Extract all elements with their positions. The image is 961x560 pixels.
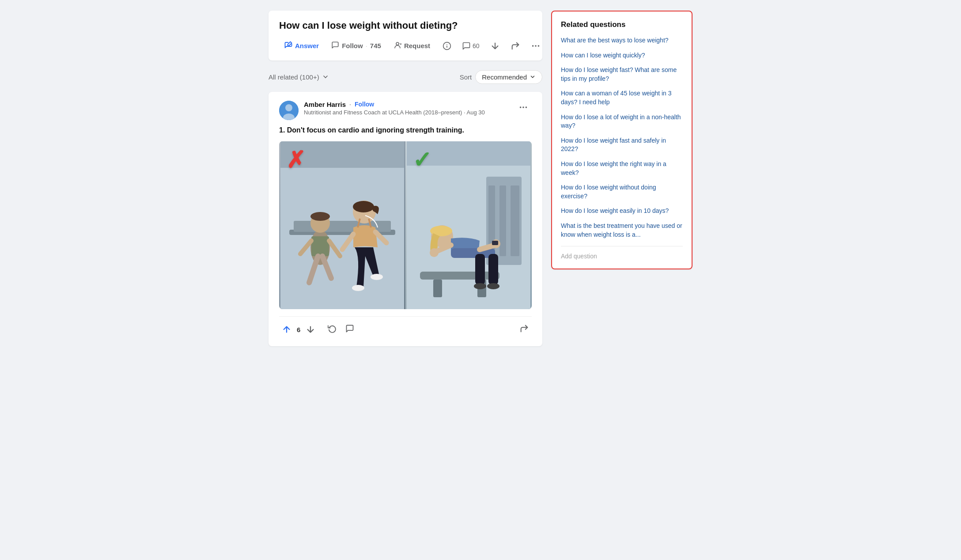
svg-point-31 [352, 285, 364, 291]
svg-rect-20 [311, 236, 329, 256]
filter-right: Sort Recommended [460, 70, 542, 84]
related-item: What is the best treatment you have used… [561, 222, 683, 239]
svg-point-51 [474, 283, 486, 289]
follow-separator: · [366, 42, 367, 49]
svg-point-52 [487, 283, 499, 289]
svg-point-4 [532, 45, 533, 47]
svg-point-26 [353, 201, 374, 212]
request-button[interactable]: Request [388, 38, 435, 53]
downvote-answer-button[interactable] [303, 323, 318, 336]
svg-rect-37 [499, 185, 506, 256]
right-sidebar: Related questions What are the best ways… [551, 11, 692, 549]
related-item: What are the best ways to lose weight? [561, 36, 683, 45]
svg-rect-38 [511, 185, 519, 256]
gym-img-left: ✗ [279, 141, 405, 309]
author-meta: Nutritionist and Fitness Coach at UCLA H… [304, 109, 515, 116]
main-content: How can I lose weight without dieting? A… [269, 11, 542, 549]
share-answer-button[interactable] [517, 322, 532, 337]
related-link-9[interactable]: What is the best treatment you have used… [561, 222, 682, 238]
gym-img-right: ✓ [405, 141, 532, 309]
question-title: How can I lose weight without dieting? [279, 19, 532, 32]
sort-dropdown[interactable]: Recommended [475, 70, 542, 84]
add-question[interactable]: Add question [561, 246, 683, 260]
question-card: How can I lose weight without dieting? A… [269, 11, 542, 61]
dot-separator: · [349, 101, 351, 108]
svg-point-6 [537, 45, 539, 47]
related-item: How do I lose weight without doing exerc… [561, 183, 683, 201]
answer-card: Amber Harris · Follow Nutritionist and F… [269, 92, 542, 346]
svg-point-12 [526, 106, 527, 108]
filter-bar: All related (100+) Sort Recommended [269, 66, 542, 88]
related-item: How do I lose a lot of weight in a non-h… [561, 113, 683, 130]
svg-rect-50 [488, 254, 498, 285]
related-item: How can a woman of 45 lose weight in 3 d… [561, 89, 683, 106]
filter-label: All related (100+) [269, 73, 319, 81]
upvote-button[interactable] [279, 323, 294, 336]
answer-button[interactable]: Answer [279, 38, 324, 53]
retry-button[interactable] [325, 322, 339, 337]
svg-point-47 [430, 248, 439, 257]
svg-rect-53 [492, 241, 498, 245]
filter-left[interactable]: All related (100+) [269, 73, 329, 81]
vote-count: 6 [297, 326, 300, 333]
related-link-8[interactable]: How do I lose weight easily in 10 days? [561, 207, 669, 214]
downvote-button[interactable] [487, 39, 503, 53]
related-link-3[interactable]: How can a woman of 45 lose weight in 3 d… [561, 90, 672, 106]
related-link-6[interactable]: How do I lose weight the right way in a … [561, 160, 666, 176]
comment-answer-button[interactable] [343, 322, 357, 337]
svg-point-0 [396, 42, 399, 45]
answer-label: Answer [295, 42, 319, 49]
vote-section: 6 [279, 323, 318, 336]
gym-image: ✗ [279, 141, 532, 309]
related-item: How do I lose weight the right way in a … [561, 160, 683, 177]
answer-more-button[interactable] [515, 101, 532, 116]
sort-value: Recommended [482, 73, 527, 81]
comment-count: 60 [473, 42, 480, 49]
more-options-button[interactable] [527, 39, 544, 53]
author-name: Amber Harris [304, 101, 346, 108]
answer-header: Amber Harris · Follow Nutritionist and F… [279, 101, 532, 120]
svg-rect-40 [433, 280, 442, 297]
avatar [279, 101, 299, 120]
follow-icon [331, 41, 339, 51]
author-name-row: Amber Harris · Follow [304, 101, 515, 108]
sort-label: Sort [460, 73, 472, 81]
follow-button[interactable]: Follow · 745 [326, 38, 386, 53]
related-link-0[interactable]: What are the best ways to lose weight? [561, 37, 669, 44]
related-item: How can I lose weight quickly? [561, 51, 683, 60]
svg-point-8 [285, 104, 292, 111]
related-link-5[interactable]: How do I lose weight fast and safely in … [561, 137, 666, 153]
answer-text: 1. Don't focus on cardio and ignoring st… [279, 125, 532, 135]
svg-rect-49 [475, 254, 485, 285]
follow-count: 745 [370, 42, 381, 49]
comment-button[interactable]: 60 [458, 40, 483, 52]
request-icon [393, 41, 401, 51]
author-info: Amber Harris · Follow Nutritionist and F… [304, 101, 515, 116]
follow-label: Follow [342, 42, 363, 49]
x-mark: ✗ [286, 148, 306, 171]
svg-point-5 [535, 45, 537, 47]
related-link-7[interactable]: How do I lose weight without doing exerc… [561, 184, 656, 200]
request-label: Request [404, 42, 430, 49]
related-link-2[interactable]: How do I lose weight fast? What are some… [561, 66, 677, 82]
svg-rect-39 [420, 272, 499, 280]
check-mark: ✓ [412, 148, 432, 171]
related-item: How do I lose weight fast? What are some… [561, 66, 683, 83]
author-follow-link[interactable]: Follow [355, 101, 374, 108]
related-item: How do I lose weight easily in 10 days? [561, 207, 683, 216]
share-icon-button[interactable] [507, 39, 524, 53]
answer-icon [284, 41, 292, 51]
related-card: Related questions What are the best ways… [551, 11, 692, 269]
footer-actions [325, 322, 357, 337]
related-link-4[interactable]: How do I lose a lot of weight in a non-h… [561, 114, 681, 129]
svg-point-19 [310, 212, 330, 221]
related-title: Related questions [561, 20, 683, 29]
info-button[interactable] [439, 40, 455, 52]
related-link-1[interactable]: How can I lose weight quickly? [561, 52, 645, 59]
svg-point-10 [520, 106, 522, 108]
related-item: How do I lose weight fast and safely in … [561, 136, 683, 154]
svg-point-32 [371, 274, 383, 280]
related-list: What are the best ways to lose weight?Ho… [561, 36, 683, 239]
question-actions: Answer Follow · 745 Request [279, 38, 532, 53]
answer-footer: 6 [279, 316, 532, 337]
